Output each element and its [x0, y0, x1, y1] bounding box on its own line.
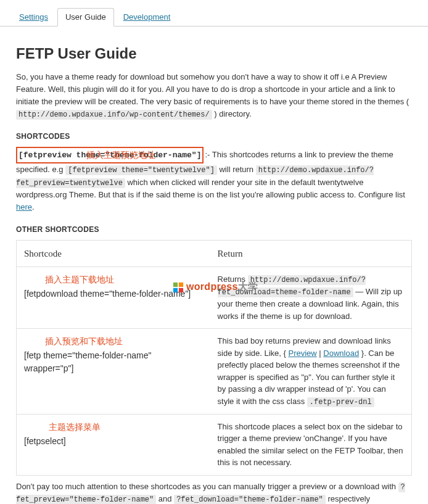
tab-settings[interactable]: Settings [11, 8, 56, 27]
other-shortcodes-heading: OTHER SHORTCODES [16, 225, 412, 234]
download-link[interactable]: Download [323, 349, 359, 358]
tab-development[interactable]: Development [115, 8, 179, 27]
col-shortcode: Shortcode [17, 240, 210, 267]
table-row: 主题选择菜单 [fetpselect] This shortcode place… [17, 414, 412, 475]
fetpselect-shortcode: [fetpselect] [24, 436, 66, 446]
download-param-code: ?fet_download="theme-folder-name" [174, 495, 326, 504]
table-row: 插入主题下载地址 [fetpdownload theme="theme-fold… [17, 267, 412, 329]
annotation-download-url: 插入主题下载地址 [45, 273, 203, 286]
preview-link[interactable]: Preview [288, 349, 316, 358]
manual-trigger-paragraph: Don't pay too much attention to these sh… [16, 481, 412, 504]
col-return: Return [210, 240, 412, 267]
annotation-select-menu: 主题选择菜单 [49, 421, 203, 434]
themes-path-code: http://demo.wpdaxue.info/wp-content/them… [16, 110, 212, 120]
table-header-row: Shortcode Return [17, 240, 412, 267]
shortcodes-table: Shortcode Return 插入主题下载地址 [fetpdownload … [16, 240, 412, 476]
intro-paragraph: So, you have a theme ready for download … [16, 71, 412, 121]
fetpdownload-shortcode: [fetpdownload theme="theme-folder-name"] [24, 289, 191, 299]
tab-user-guide[interactable]: User Guide [57, 8, 114, 27]
tab-bar: Settings User Guide Development [0, 0, 428, 27]
table-row: 插入预览和下载地址 [fetp theme="theme-folder-name… [17, 329, 412, 415]
shortcodes-heading: SHORTCODES [16, 132, 412, 141]
fetpreview-paragraph: [fetpreview theme="theme-folder-name"]:-… [16, 147, 412, 214]
example-shortcode: [fetpreview theme="twentytwelve"] [65, 165, 217, 175]
page-content: FETP User Guide So, you have a theme rea… [0, 27, 428, 504]
page-title: FETP User Guide [16, 45, 412, 62]
configure-list-link[interactable]: here [16, 202, 32, 212]
annotation-preview-download: 插入预览和下载地址 [45, 335, 203, 348]
annotation-preview-url: 插入主题预览地址 [86, 150, 155, 161]
css-class-code: .fetp-prev-dnl [307, 397, 374, 407]
fetp-shortcode: [fetp theme="theme-folder-name" wrapper=… [24, 350, 151, 373]
